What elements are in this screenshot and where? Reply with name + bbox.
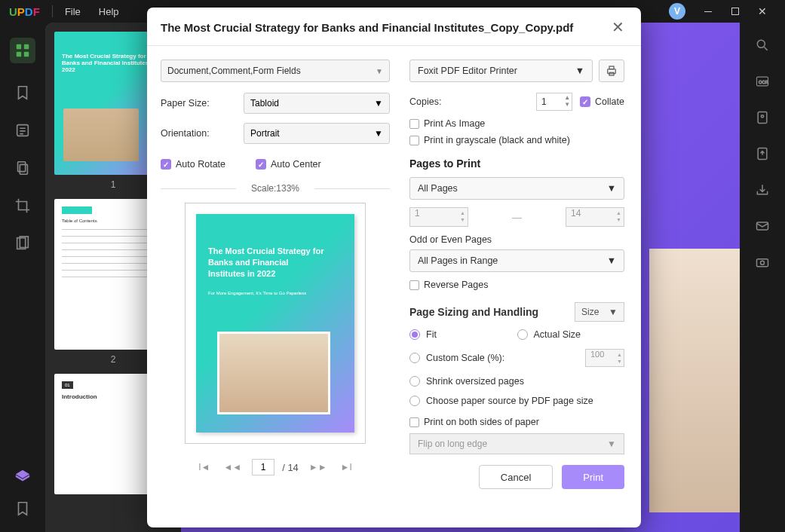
annotations-icon[interactable] xyxy=(14,122,31,139)
close-window-button[interactable]: ✕ xyxy=(749,0,776,23)
minimize-button[interactable] xyxy=(695,0,722,23)
paper-size-select[interactable]: Tabloid ▼ xyxy=(244,93,390,114)
preview-paginator: I◄ ◄◄ / 14 ►► ►I xyxy=(161,459,390,475)
checkbox-icon xyxy=(256,159,266,170)
auto-rotate-checkbox[interactable]: Auto Rotate xyxy=(161,159,225,170)
printer-properties-button[interactable] xyxy=(599,60,624,82)
camera-icon[interactable] xyxy=(755,255,770,270)
radio-icon xyxy=(517,329,528,340)
collate-checkbox[interactable]: Collate xyxy=(580,96,624,107)
radio-icon xyxy=(409,353,420,363)
print-dialog: The Most Crucial Strategy for Banks and … xyxy=(147,8,641,527)
bookmark-icon[interactable] xyxy=(14,500,31,517)
chevron-down-icon: ▼ xyxy=(575,66,584,76)
chevron-down-icon: ▼ xyxy=(376,67,383,75)
actual-size-radio[interactable]: Actual Size xyxy=(517,329,625,340)
sizing-title: Page Sizing and Handling xyxy=(409,306,538,318)
paper-size-label: Paper Size: xyxy=(161,98,244,109)
attachments-icon[interactable] xyxy=(14,160,31,176)
cancel-button[interactable]: Cancel xyxy=(479,465,553,489)
grayscale-checkbox[interactable]: Print in grayscale (black and white) xyxy=(409,135,624,145)
thumbnails-icon[interactable] xyxy=(10,38,35,63)
next-page-button[interactable]: ►► xyxy=(306,459,330,475)
form-icon[interactable] xyxy=(755,110,770,125)
first-page-button[interactable]: I◄ xyxy=(195,459,213,475)
custom-scale-label: Custom Scale (%): xyxy=(426,353,504,363)
odd-even-label: Odd or Even Pages xyxy=(409,234,624,245)
auto-center-label: Auto Center xyxy=(271,159,321,170)
print-content-select[interactable]: Document,Comment,Form Fields ▼ xyxy=(161,60,390,82)
reverse-label: Reverse Pages xyxy=(424,280,488,290)
menu-help[interactable]: Help xyxy=(99,6,119,17)
chevron-down-icon: ▼ xyxy=(609,307,618,317)
svg-rect-0 xyxy=(17,44,21,49)
scale-label: Scale:133% xyxy=(161,183,390,194)
preview-subtitle: For More Engagement, It's Time to Go Pap… xyxy=(208,291,306,295)
close-icon: ✕ xyxy=(758,5,767,17)
fit-radio[interactable]: Fit xyxy=(409,329,517,340)
dialog-left-panel: Document,Comment,Form Fields ▼ Paper Siz… xyxy=(147,46,403,527)
checkbox-icon xyxy=(409,280,419,290)
svg-rect-1 xyxy=(24,44,29,49)
ocr-icon[interactable]: OCR xyxy=(755,74,770,89)
pages-icon[interactable] xyxy=(14,235,31,252)
mail-icon[interactable] xyxy=(755,219,770,234)
size-mode-select[interactable]: Size ▼ xyxy=(575,302,624,322)
actual-label: Actual Size xyxy=(534,329,581,340)
fit-label: Fit xyxy=(426,329,437,340)
custom-scale-input[interactable]: 100▲▼ xyxy=(585,349,624,367)
dialog-close-button[interactable]: ✕ xyxy=(609,18,627,36)
bookmark-tool-icon[interactable] xyxy=(14,84,31,101)
range-from-input[interactable]: 1▲▼ xyxy=(409,207,468,227)
paper-source-radio[interactable]: Choose paper source by PDF page size xyxy=(409,396,624,406)
copies-value: 1 xyxy=(541,96,547,107)
both-sides-checkbox[interactable]: Print on both sides of paper xyxy=(409,417,624,427)
crop-icon[interactable] xyxy=(14,197,31,214)
app-logo: UPDF xyxy=(9,5,40,18)
flip-select[interactable]: Flip on long edge ▼ xyxy=(409,433,624,454)
last-page-button[interactable]: ►I xyxy=(338,459,355,475)
preview-title: The Most Crucial Strategy for Banks and … xyxy=(208,246,324,280)
shrink-label: Shrink oversized pages xyxy=(426,376,524,387)
shrink-radio[interactable]: Shrink oversized pages xyxy=(409,376,624,387)
share-icon[interactable] xyxy=(755,182,770,197)
chevron-down-icon: ▼ xyxy=(607,439,616,449)
page-input[interactable] xyxy=(252,459,274,475)
reverse-pages-checkbox[interactable]: Reverse Pages xyxy=(409,280,624,290)
search-icon[interactable] xyxy=(755,38,770,53)
auto-center-checkbox[interactable]: Auto Center xyxy=(256,159,321,170)
grayscale-label: Print in grayscale (black and white) xyxy=(424,135,570,145)
range-to-input[interactable]: 14▲▼ xyxy=(566,207,624,227)
printer-select[interactable]: Foxit PDF Editor Printer ▼ xyxy=(409,60,593,82)
layers-icon[interactable] xyxy=(14,469,31,485)
copies-label: Copies: xyxy=(409,96,441,107)
print-as-image-checkbox[interactable]: Print As Image xyxy=(409,118,624,129)
print-button[interactable]: Print xyxy=(562,465,624,489)
chevron-down-icon: ▼ xyxy=(607,255,616,266)
svg-text:OCR: OCR xyxy=(759,80,768,84)
copies-input[interactable]: 1▲▼ xyxy=(536,93,572,111)
checkbox-icon xyxy=(409,136,419,145)
avatar[interactable]: V xyxy=(669,3,685,20)
menu-file[interactable]: File xyxy=(65,6,81,17)
page-range-select[interactable]: All Pages ▼ xyxy=(409,177,624,200)
svg-point-13 xyxy=(761,115,763,118)
orientation-label: Orientation: xyxy=(161,128,244,139)
maximize-button[interactable] xyxy=(722,0,749,23)
checkbox-icon xyxy=(409,119,419,129)
prev-page-button[interactable]: ◄◄ xyxy=(220,459,244,475)
radio-icon xyxy=(409,396,420,406)
divider xyxy=(52,5,53,17)
svg-point-9 xyxy=(757,40,765,47)
export-icon[interactable] xyxy=(755,146,770,161)
page-total: / 14 xyxy=(282,462,299,473)
print-preview: The Most Crucial Strategy for Banks and … xyxy=(185,203,366,444)
range-dash: — xyxy=(474,212,560,223)
svg-rect-5 xyxy=(18,162,26,172)
orientation-select[interactable]: Portrait ▼ xyxy=(244,123,390,144)
odd-even-select[interactable]: All Pages in Range ▼ xyxy=(409,249,624,272)
custom-scale-radio[interactable]: Custom Scale (%): 100▲▼ xyxy=(409,349,624,367)
minimize-icon xyxy=(704,11,712,12)
printer-value: Foxit PDF Editor Printer xyxy=(418,66,517,76)
dialog-right-panel: Foxit PDF Editor Printer ▼ Copies: 1▲▼ C… xyxy=(403,46,641,527)
